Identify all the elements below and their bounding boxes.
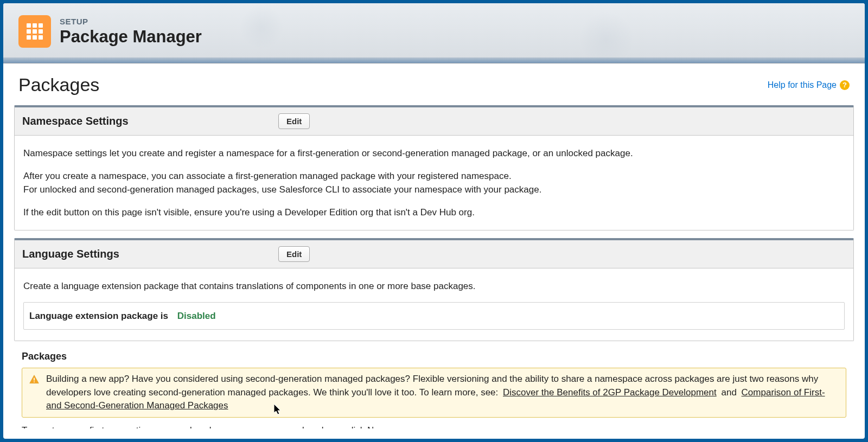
help-icon[interactable]: ? — [840, 80, 850, 90]
language-settings-section: Language Settings Edit Create a language… — [14, 238, 854, 341]
language-status-label: Language extension package is — [29, 311, 168, 321]
svg-rect-1 — [34, 381, 35, 382]
language-status-box: Language extension package is Disabled — [23, 302, 845, 330]
help-link[interactable]: Help for this Page — [768, 80, 837, 90]
namespace-para1: Namespace settings let you create and re… — [23, 146, 845, 161]
warning-text: Building a new app? Have you considered … — [46, 373, 839, 413]
packages-body-text: To create a new first-generation managed… — [14, 423, 854, 428]
namespace-para2: After you create a namespace, you can as… — [23, 169, 845, 197]
edit-language-button[interactable]: Edit — [278, 246, 310, 262]
page-header-band: SETUP Package Manager — [3, 3, 865, 63]
namespace-settings-section: Namespace Settings Edit Namespace settin… — [14, 105, 854, 230]
link-2gp-benefits[interactable]: Discover the Benefits of 2GP Package Dev… — [503, 387, 717, 398]
setup-label: SETUP — [60, 17, 202, 26]
packages-subtitle: Packages — [14, 349, 854, 368]
page-header-title: Package Manager — [60, 27, 202, 47]
language-para1: Create a language extension package that… — [23, 279, 845, 293]
page-title: Packages — [18, 74, 99, 95]
edit-namespace-button[interactable]: Edit — [278, 113, 310, 129]
namespace-section-title: Namespace Settings — [22, 115, 129, 127]
warning-icon — [29, 374, 40, 385]
language-section-title: Language Settings — [22, 248, 119, 260]
svg-rect-0 — [34, 378, 35, 381]
app-icon — [18, 15, 51, 48]
warning-banner: Building a new app? Have you considered … — [22, 368, 846, 418]
language-status-value: Disabled — [177, 311, 216, 321]
grid-icon — [27, 23, 43, 40]
namespace-para3: If the edit button on this page isn't vi… — [23, 206, 845, 220]
